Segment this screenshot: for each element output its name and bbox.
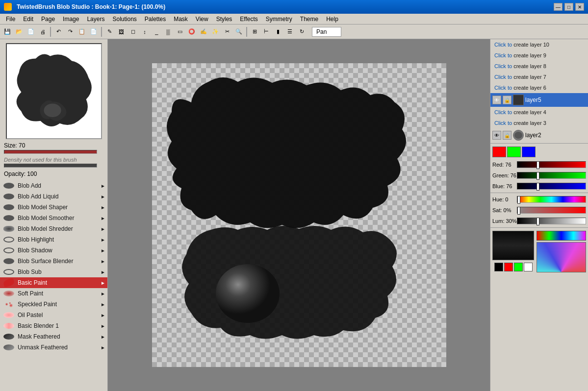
brush-item-blob-add[interactable]: Blob Add ►	[0, 180, 107, 191]
layer-eye-5[interactable]: 👁	[492, 96, 501, 104]
layer-row-5[interactable]: 👁 🔒 layer5	[490, 93, 588, 107]
swatch-green[interactable]	[507, 147, 521, 157]
brush-item-unmask-feathered[interactable]: Unmask Feathered ►	[0, 342, 107, 353]
swatch-black[interactable]	[494, 263, 503, 271]
menu-file[interactable]: File	[2, 15, 19, 24]
brush-item-mask-feathered[interactable]: Mask Feathered ►	[0, 331, 107, 342]
red-slider[interactable]	[517, 161, 586, 168]
brush-item-basic-paint[interactable]: Basic Paint ►	[0, 277, 107, 288]
toolbar-zoom[interactable]: 🔍	[233, 26, 244, 37]
layer-lock-2[interactable]: 🔒	[503, 131, 511, 140]
brush-name: Basic Paint	[18, 279, 47, 286]
layer-create-4[interactable]: Click to create layer 4	[490, 107, 588, 118]
brush-item-oil-pastel[interactable]: Oil Pastel ►	[0, 310, 107, 320]
brush-item-blob-model-shaper[interactable]: Blob Model Shaper ►	[0, 202, 107, 213]
swatch-red[interactable]	[492, 147, 506, 157]
brush-item-soft-paint[interactable]: Soft Paint ►	[0, 288, 107, 299]
sat-label: Sat: 0%	[492, 207, 517, 213]
menu-view[interactable]: View	[192, 15, 212, 24]
swatch-red-small[interactable]	[504, 263, 513, 271]
toolbar-paste[interactable]: 📄	[88, 26, 99, 37]
toolbar-magic[interactable]: ✨	[210, 26, 221, 37]
blue-slider[interactable]	[517, 183, 586, 190]
red-handle[interactable]	[537, 161, 539, 169]
layer-create-9[interactable]: Click to create layer 9	[490, 50, 588, 61]
toolbar-pan-btn[interactable]: ☰	[284, 26, 295, 37]
sat-handle[interactable]	[517, 207, 520, 215]
lum-slider[interactable]	[517, 218, 586, 224]
toolbar-oval[interactable]: ⭕	[186, 26, 197, 37]
brush-item-blob-surface-blender[interactable]: Blob Surface Blender ►	[0, 256, 107, 267]
toolbar-eraser[interactable]: ◻	[128, 26, 138, 37]
hue-strip[interactable]	[537, 231, 586, 241]
blob-canvas[interactable]	[152, 63, 446, 367]
layer-create-3[interactable]: Click to create layer 3	[490, 118, 588, 128]
menu-image[interactable]: Image	[59, 15, 83, 24]
brush-item-speckled-paint[interactable]: Speckled Paint ►	[0, 299, 107, 310]
layer-lock-5[interactable]: 🔒	[503, 96, 511, 104]
layer-create-8[interactable]: Click to create layer 8	[490, 61, 588, 72]
maximize-button[interactable]: □	[564, 3, 573, 11]
toolbar-rect[interactable]: ▭	[175, 26, 185, 37]
lum-handle[interactable]	[537, 218, 539, 225]
menu-page[interactable]: Page	[37, 15, 59, 24]
black-color-area[interactable]	[492, 231, 534, 260]
toolbar-grid[interactable]: ⊞	[249, 26, 260, 37]
toolbar-line[interactable]: ⎯	[151, 26, 162, 37]
minimize-button[interactable]: —	[554, 3, 562, 11]
canvas-area[interactable]	[108, 39, 490, 391]
close-button[interactable]: ✕	[575, 3, 584, 11]
swatch-green-small[interactable]	[514, 263, 523, 271]
layer-create-6[interactable]: Click to create layer 6	[490, 82, 588, 93]
menu-symmetry[interactable]: Symmetry	[262, 15, 296, 24]
brush-item-blob-shadow[interactable]: Blob Shadow ►	[0, 245, 107, 256]
color-gradient-box[interactable]	[537, 242, 586, 272]
toolbar-brush[interactable]: ✎	[104, 26, 115, 37]
toolbar-ruler[interactable]: ⊢	[261, 26, 272, 37]
layer-row-2[interactable]: 👁 🔒 layer2	[490, 128, 588, 142]
brush-item-basic-blender[interactable]: Basic Blender 1 ►	[0, 320, 107, 331]
brush-item-blob-add-liquid[interactable]: Blob Add Liquid ►	[0, 191, 107, 202]
toolbar-open[interactable]: 📂	[14, 26, 25, 37]
menu-help[interactable]: Help	[322, 15, 342, 24]
toolbar-undo[interactable]: ↶	[53, 26, 64, 37]
toolbar-new[interactable]: 📄	[26, 26, 36, 37]
toolbar-snap[interactable]: ▮	[273, 26, 283, 37]
toolbar-copy[interactable]: 📋	[77, 26, 87, 37]
sat-slider[interactable]	[517, 207, 586, 214]
blue-handle[interactable]	[537, 183, 539, 191]
toolbar-crop[interactable]: ✂	[222, 26, 232, 37]
toolbar-lasso[interactable]: ✍	[198, 26, 209, 37]
hue-slider[interactable]	[517, 196, 586, 203]
green-handle[interactable]	[537, 172, 539, 180]
toolbar-eyedrop[interactable]: 🖼	[116, 26, 127, 37]
menu-mask[interactable]: Mask	[170, 15, 192, 24]
toolbar-print[interactable]: 🖨	[37, 26, 48, 37]
toolbar-redo[interactable]: ↷	[65, 26, 76, 37]
menu-palettes[interactable]: Palettes	[141, 15, 170, 24]
menu-styles[interactable]: Styles	[212, 15, 236, 24]
layer-create-7[interactable]: Click to create layer 7	[490, 72, 588, 82]
toolbar-move[interactable]: ↕	[139, 26, 150, 37]
size-slider[interactable]	[4, 150, 97, 154]
brush-item-blob-model-smoother[interactable]: Blob Model Smoother ►	[0, 213, 107, 223]
menu-theme[interactable]: Theme	[296, 15, 322, 24]
toolbar-fill[interactable]: ▒	[163, 26, 174, 37]
menu-solutions[interactable]: Solutions	[108, 15, 140, 24]
swatch-blue[interactable]	[522, 147, 536, 157]
menu-effects[interactable]: Effects	[236, 15, 261, 24]
brush-icon-basic-paint	[2, 279, 16, 287]
layer-eye-2[interactable]: 👁	[492, 131, 501, 140]
hue-handle[interactable]	[517, 196, 520, 204]
layer-create-10[interactable]: Click to create layer 10	[490, 39, 588, 50]
menu-layers[interactable]: Layers	[83, 15, 108, 24]
swatch-white[interactable]	[524, 263, 533, 271]
toolbar-save[interactable]: 💾	[2, 26, 13, 37]
toolbar-rotate[interactable]: ↻	[296, 26, 307, 37]
menu-edit[interactable]: Edit	[19, 15, 37, 24]
brush-item-blob-sub[interactable]: Blob Sub ►	[0, 267, 107, 277]
brush-item-blob-model-shredder[interactable]: Blob Model Shredder ►	[0, 223, 107, 234]
green-slider[interactable]	[517, 172, 586, 179]
density-slider[interactable]	[4, 164, 97, 168]
brush-item-blob-highlight[interactable]: Blob Highlight ►	[0, 234, 107, 245]
